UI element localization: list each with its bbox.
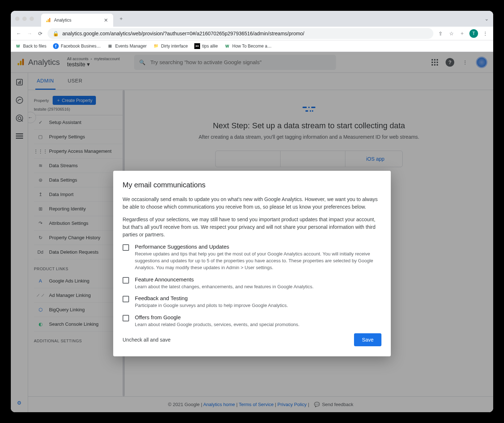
option-title: Feedback and Testing [135,295,381,301]
svg-rect-1 [48,19,49,22]
reload-button[interactable]: ⟳ [37,30,44,37]
browser-tab[interactable]: Analytics ✕ [41,14,113,27]
modal-paragraph: Regardless of your selections, we may st… [123,216,381,239]
email-communications-modal: My email communications We occasionally … [113,171,391,356]
option-title: Offers from Google [135,314,381,320]
bookmark-item[interactable]: ▦Events Manager [107,43,146,49]
modal-paragraph: We occasionally send emails to update yo… [123,196,381,211]
forward-button[interactable]: → [26,30,33,37]
option-desc: Receive updates and tips that help you g… [135,251,381,271]
bookmark-item[interactable]: WBack to files [15,43,47,49]
star-icon[interactable]: ☆ [448,30,455,37]
analytics-favicon-icon [45,17,51,23]
checkbox[interactable] [123,244,129,251]
share-icon[interactable]: ⇪ [437,30,444,37]
uncheck-all-button[interactable]: Uncheck all and save [123,337,171,343]
modal-option: Feature Announcements Learn about the la… [123,276,381,290]
svg-rect-2 [49,18,50,22]
modal-option: Performance Suggestions and Updates Rece… [123,244,381,271]
option-title: Feature Announcements [135,276,381,282]
url-bar: ← → ⟳ 🔒 analytics.google.com/analytics/w… [11,27,493,40]
bookmarks-bar: WBack to files fFacebook Busines… ▦Event… [11,40,493,52]
browser-tab-bar: Analytics ✕ ＋ ⌄ [11,11,493,27]
chevron-down-icon[interactable]: ⌄ [485,16,489,22]
menu-icon[interactable]: ⋮ [482,30,489,37]
close-icon[interactable]: ✕ [103,17,109,23]
tab-title: Analytics [54,18,100,23]
url-field[interactable]: 🔒 analytics.google.com/analytics/web/pro… [48,28,433,39]
bookmark-item[interactable]: 📁Dirty interface [153,43,188,49]
modal-option: Offers from Google Learn about related G… [123,314,381,328]
url-text: analytics.google.com/analytics/web/provi… [62,31,304,36]
back-button[interactable]: ← [15,30,22,37]
lock-icon: 🔒 [53,31,59,36]
extensions-icon[interactable]: ✦ [459,30,466,37]
modal-title: My email communications [123,181,381,189]
checkbox[interactable] [123,296,129,302]
option-desc: Learn about the latest changes, enhancem… [135,284,381,290]
option-title: Performance Suggestions and Updates [135,244,381,250]
bookmark-item[interactable]: ●●tips allie [194,43,218,49]
bookmark-item[interactable]: fFacebook Busines… [53,43,101,49]
option-desc: Participate in Google surveys and pilots… [135,302,381,309]
svg-rect-0 [47,21,48,22]
mac-window-controls[interactable] [15,17,34,21]
profile-avatar[interactable]: T [469,29,478,38]
bookmark-item[interactable]: WHow To Become a… [224,43,271,49]
save-button[interactable]: Save [354,333,381,346]
new-tab-button[interactable]: ＋ [116,14,126,24]
modal-option: Feedback and Testing Participate in Goog… [123,295,381,309]
checkbox[interactable] [123,315,129,321]
checkbox[interactable] [123,277,129,284]
option-desc: Learn about related Google products, ser… [135,321,381,328]
